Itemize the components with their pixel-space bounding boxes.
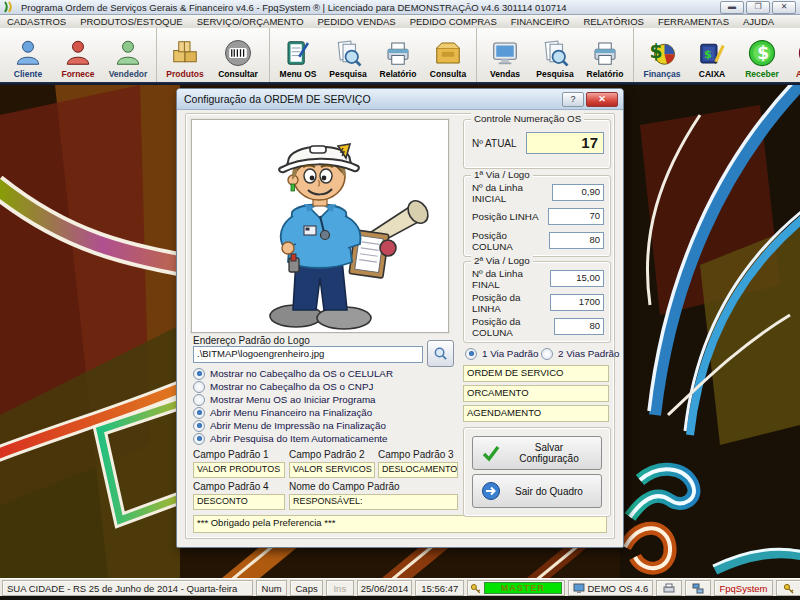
toolbar-pesquisa-os-button[interactable]: Pesquisa <box>323 29 373 81</box>
main-toolbar: Cliente Fornece Vendedor Produtos Consul… <box>0 28 800 83</box>
status-printer[interactable] <box>656 580 682 596</box>
status-master-badge: MASTER <box>484 582 562 594</box>
minimize-button[interactable]: ▬ <box>720 1 744 14</box>
radio-icon <box>193 433 205 445</box>
client-icon <box>13 38 43 68</box>
engineer-cartoon <box>192 120 448 332</box>
toolbar-relatorio-vendas-button[interactable]: Relatório <box>580 29 630 81</box>
app-title: Programa Ordem de Serviços Gerais & Fina… <box>21 2 567 13</box>
check-icon <box>481 443 501 463</box>
menu-ferramentas[interactable]: FERRAMENTAS <box>651 16 736 27</box>
via1-groupbox: 1ª Via / Logo Nº da Linha INICIAL0,90 Po… <box>463 175 611 257</box>
status-bar: SUA CIDADE - RS 25 de Junho de 2014 - Qu… <box>0 578 800 597</box>
barcode-icon <box>223 38 253 68</box>
monitor-icon <box>490 38 520 68</box>
radio-1-via-padrao[interactable]: 1 Via Padrão <box>465 347 538 360</box>
campo2-input[interactable]: VALOR SERVICOS <box>289 462 375 478</box>
campo3-label: Campo Padrão 3 <box>378 449 454 460</box>
dialog-titlebar[interactable]: Configuração da ORDEM DE SERVIÇO ? ✕ <box>177 89 623 110</box>
search-pages-icon <box>333 38 363 68</box>
footer-message-input[interactable]: *** Obrigado pela Preferencia *** <box>193 515 607 533</box>
close-button[interactable]: ✕ <box>772 1 796 14</box>
toolbar-menu-os-button[interactable]: Menu OS <box>273 29 323 81</box>
via2-coluna-input[interactable]: 80 <box>554 318 605 335</box>
config-os-dialog: Configuração da ORDEM DE SERVIÇO ? ✕ <box>176 88 624 548</box>
toolbar-consultar-button[interactable]: Consultar <box>210 29 266 81</box>
printer-icon <box>590 38 620 68</box>
app-logo-icon <box>3 1 17 13</box>
toolbar-vendedor-button[interactable]: Vendedor <box>103 29 153 81</box>
via2-row-coluna: Posição da COLUNA80 <box>472 318 604 335</box>
radio-icon <box>193 381 205 393</box>
via1-coluna-input[interactable]: 80 <box>549 232 604 249</box>
key-icon <box>470 583 482 594</box>
menu-pedido-compras[interactable]: PEDIDO COMPRAS <box>403 16 504 27</box>
campo1-label: Campo Padrão 1 <box>193 449 269 460</box>
radio-icon <box>193 394 205 406</box>
toolbar-caixa-button[interactable]: $ CAIXA <box>687 29 737 81</box>
toolbar-consulta-os-button[interactable]: Consulta <box>423 29 473 81</box>
option-celular[interactable]: Mostrar no Cabeçalho da OS o CELULAR <box>193 367 393 380</box>
via2-row-final: Nº da Linha FINAL15,00 <box>472 270 604 287</box>
via2-groupbox: 2ª Via / Logo Nº da Linha FINAL15,00 Pos… <box>463 261 611 343</box>
arrow-circle-icon <box>481 481 501 501</box>
radio-icon <box>193 420 205 432</box>
desktop-bottom-strip <box>0 596 800 600</box>
campo1-input[interactable]: VALOR PRODUTOS <box>193 462 285 478</box>
menu-ajuda[interactable]: AJUDA <box>736 16 781 27</box>
logo-path-label: Endereço Padrão do Logo <box>193 335 310 346</box>
save-config-button[interactable]: Salvar Configuração <box>472 436 602 470</box>
menu-financeiro[interactable]: FINANCEIRO <box>504 16 577 27</box>
menu-produtos-estoque[interactable]: PRODUTOS/ESTOQUE <box>73 16 190 27</box>
status-key2[interactable] <box>776 580 800 596</box>
toolbar-receber-button[interactable]: $ Receber <box>737 29 787 81</box>
status-num: Num <box>256 580 287 596</box>
doc-field-ordem-servico[interactable]: ORDEM DE SERVICO <box>463 365 609 382</box>
svg-text:$: $ <box>704 48 712 61</box>
status-caps: Caps <box>290 580 323 596</box>
option-pesquisa-item[interactable]: Abrir Pesquisa do Item Automaticamente <box>193 432 388 445</box>
exit-dialog-button[interactable]: Sair do Quadro <box>472 474 602 508</box>
num-atual-value[interactable]: 17 <box>526 132 604 154</box>
doc-field-agendamento[interactable]: AGENDAMENTO <box>463 405 609 422</box>
toolbar-pesquisa-vendas-button[interactable]: Pesquisa <box>530 29 580 81</box>
toolbar-relatorio-os-button[interactable]: Relatório <box>373 29 423 81</box>
browse-logo-button[interactable] <box>427 340 454 367</box>
status-date: 25/06/2014 <box>357 580 413 596</box>
option-menu-os-inicio[interactable]: Mostrar Menu OS ao Iniciar Programa <box>193 393 376 406</box>
dialog-title: Configuração da ORDEM DE SERVIÇO <box>184 93 371 105</box>
campo3-input[interactable]: DESLOCAMENTO <box>378 462 458 478</box>
nome-campo-input[interactable]: RESPONSÁVEL: <box>289 494 458 510</box>
toolbar-cliente-button[interactable]: Cliente <box>3 29 53 81</box>
menu-pedido-vendas[interactable]: PEDIDO VENDAS <box>311 16 403 27</box>
toolbar-a-pagar-button[interactable]: $ A Pagar <box>787 29 800 81</box>
via2-linha-input[interactable]: 1700 <box>550 294 604 311</box>
printer-small-icon <box>663 583 675 594</box>
actions-groupbox: Salvar Configuração Sair do Quadro <box>463 427 611 517</box>
menu-cadastros[interactable]: CADASTROS <box>0 16 73 27</box>
toolbar-vendas-button[interactable]: Vendas <box>480 29 530 81</box>
radio-2-vias-padrao[interactable]: 2 Vias Padrão <box>541 347 619 360</box>
logo-path-input[interactable]: .\BITMAP\logoengrenheiro.jpg <box>193 346 423 363</box>
dialog-close-button[interactable]: ✕ <box>586 92 618 107</box>
menu-relatorios[interactable]: RELATÓRIOS <box>576 16 651 27</box>
menu-servico-orcamento[interactable]: SERVIÇO/ORÇAMENTO <box>190 16 311 27</box>
toolbar-financas-button[interactable]: $ Finanças <box>637 29 687 81</box>
radio-icon <box>465 348 477 360</box>
via1-linha-input[interactable]: 70 <box>548 208 604 225</box>
status-network[interactable] <box>685 580 711 596</box>
option-menu-impressao[interactable]: Abrir Menu de Impressão na Finalização <box>193 419 386 432</box>
dialog-help-button[interactable]: ? <box>562 92 584 107</box>
campo4-input[interactable]: DESCONTO <box>193 494 285 510</box>
printer-icon <box>383 38 413 68</box>
supplier-icon <box>63 38 93 68</box>
restore-button[interactable]: ❐ <box>746 1 770 14</box>
option-menu-financeiro[interactable]: Abrir Menu Financeiro na Finalização <box>193 406 372 419</box>
option-cnpj[interactable]: Mostrar no Cabeçalho da OS o CNPJ <box>193 380 373 393</box>
toolbar-fornece-button[interactable]: Fornece <box>53 29 103 81</box>
via1-inicial-input[interactable]: 0,90 <box>552 184 604 201</box>
toolbar-produtos-button[interactable]: Produtos <box>160 29 210 81</box>
doc-field-orcamento[interactable]: ORCAMENTO <box>463 385 609 402</box>
via1-row-inicial: Nº da Linha INICIAL0,90 <box>472 184 604 201</box>
via2-final-input[interactable]: 15,00 <box>550 270 604 287</box>
